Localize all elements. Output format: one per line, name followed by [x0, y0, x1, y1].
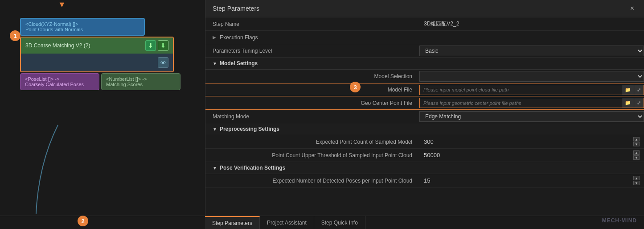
- point-count-upper-row: Point Count Upper Threshold of Sampled I…: [205, 149, 644, 162]
- execution-flags-row[interactable]: ▶ Execution Flags: [205, 31, 644, 44]
- output-port-pose: <PoseList []> -> Coarsely Calculated Pos…: [20, 73, 99, 90]
- expected-point-value-area: 300 ▲ ▼: [419, 135, 644, 148]
- model-file-input[interactable]: [420, 85, 622, 94]
- bottom-tabs-bar: Step Parameters Project Assistant Step Q…: [0, 216, 644, 229]
- tab-project-assistant[interactable]: Project Assistant: [260, 216, 314, 229]
- model-settings-label: Model Settings: [220, 60, 258, 67]
- expected-poses-up[interactable]: ▲: [633, 176, 640, 180]
- mech-mind-logo: MECH·MIND: [602, 217, 637, 224]
- model-selection-label: Model Selection: [205, 71, 419, 82]
- model-selection-select[interactable]: [419, 71, 644, 82]
- panel-title: Step Parameters: [213, 5, 259, 12]
- node-eye-icon[interactable]: 👁: [158, 57, 168, 68]
- execution-flags-text: Execution Flags: [220, 34, 258, 41]
- model-file-input-row[interactable]: 📁 ⤢: [419, 85, 644, 95]
- badge-2: 2: [78, 216, 88, 226]
- expected-point-label: Expected Point Count of Sampled Model: [205, 136, 419, 148]
- pose-verification-header[interactable]: ▼ Pose Verification Settings: [205, 162, 644, 174]
- geo-center-browse-btn[interactable]: 📁: [622, 98, 634, 108]
- model-settings-triangle: ▼: [213, 61, 217, 66]
- pose-verification-label: Pose Verification Settings: [220, 165, 285, 171]
- params-tuning-select[interactable]: Basic Advanced: [419, 46, 644, 56]
- pose-verification-triangle: ▼: [213, 166, 217, 171]
- model-file-extra-btn[interactable]: ⤢: [634, 85, 644, 95]
- model-selection-row: Model Selection: [205, 70, 644, 83]
- node-header: 3D Coarse Matching V2 (2) ⬇ ⬇: [21, 37, 173, 54]
- input-port-line2: Point Clouds with Normals: [25, 27, 139, 32]
- geo-center-input[interactable]: [420, 99, 622, 108]
- output-port-number: <NumberList []> -> Matching Scores: [101, 73, 180, 90]
- matching-mode-select-field[interactable]: Edge Matching Surface Matching: [419, 111, 644, 122]
- badge-3: 3: [350, 82, 361, 92]
- node-body: 👁: [21, 54, 173, 71]
- svg-rect-0: [0, 214, 89, 216]
- node-container: <Cloud(XYZ-Normal) []> Point Clouds with…: [20, 18, 180, 90]
- tabs-row: Step Parameters Project Assistant Step Q…: [205, 216, 365, 229]
- expected-poses-down[interactable]: ▼: [633, 181, 640, 185]
- pose-port-line2: Coarsely Calculated Poses: [25, 82, 94, 87]
- right-panel: Step Parameters × Step Name 3D粗匹配V2_2 ▶ …: [205, 0, 644, 216]
- point-count-upper-spinner[interactable]: ▲ ▼: [633, 150, 640, 160]
- node-outputs: <PoseList []> -> Coarsely Calculated Pos…: [20, 73, 180, 90]
- expected-poses-value: 15: [424, 177, 430, 184]
- preprocessing-label: Preprocessing Settings: [220, 126, 279, 132]
- close-button[interactable]: ×: [628, 4, 637, 13]
- geo-center-input-row[interactable]: 📁 ⤢: [419, 98, 644, 108]
- expected-point-row: Expected Point Count of Sampled Model 30…: [205, 135, 644, 149]
- point-count-upper-value: 50000: [424, 152, 440, 158]
- model-selection-select-field[interactable]: [419, 71, 644, 82]
- expected-point-value: 300: [424, 138, 434, 145]
- params-tuning-label: Parameters Tuning Level: [205, 45, 419, 57]
- expected-poses-label: Expected Number of Detected Poses per In…: [205, 175, 419, 187]
- geo-center-extra-btn[interactable]: ⤢: [634, 98, 644, 108]
- matching-mode-label: Matching Mode: [205, 111, 419, 122]
- params-tuning-row: Parameters Tuning Level Basic Advanced: [205, 44, 644, 58]
- model-file-row: Model File 📁 ⤢: [205, 83, 644, 96]
- point-count-upper-down[interactable]: ▼: [633, 155, 640, 160]
- node-title: 3D Coarse Matching V2 (2): [25, 42, 90, 49]
- step-name-label: Step Name: [205, 18, 419, 30]
- tab-step-quick-info[interactable]: Step Quick Info: [314, 216, 365, 229]
- node-download-icon-1[interactable]: ⬇: [145, 40, 156, 51]
- model-file-browse-btn[interactable]: 📁: [622, 85, 634, 95]
- panel-header: Step Parameters ×: [205, 0, 644, 17]
- step-name-row: Step Name 3D粗匹配V2_2: [205, 17, 644, 31]
- expected-point-down[interactable]: ▼: [633, 142, 640, 146]
- preprocessing-header[interactable]: ▼ Preprocessing Settings: [205, 123, 644, 135]
- model-file-label: Model File: [205, 84, 419, 96]
- execution-flags-label: ▶ Execution Flags: [205, 32, 419, 43]
- number-port-line2: Matching Scores: [106, 82, 176, 87]
- left-canvas-panel: ▼ 1 <Cloud(XYZ-Normal) []> Point Clouds …: [0, 0, 205, 216]
- model-settings-header[interactable]: ▼ Model Settings: [205, 58, 644, 70]
- node-input-port: <Cloud(XYZ-Normal) []> Point Clouds with…: [20, 18, 145, 36]
- execution-expand-arrow: ▶: [213, 35, 216, 40]
- pose-port-line1: <PoseList []> ->: [25, 76, 94, 82]
- logo-text: MECH·MIND: [602, 217, 637, 224]
- expected-poses-value-area: 15 ▲ ▼: [419, 174, 644, 187]
- geo-center-row: Geo Center Point File 📁 ⤢: [205, 96, 644, 110]
- node-main-box: 3D Coarse Matching V2 (2) ⬇ ⬇ 👁: [20, 37, 174, 72]
- badge-1: 1: [10, 30, 21, 41]
- point-count-upper-up[interactable]: ▲: [633, 150, 640, 155]
- node-header-icons: ⬇ ⬇: [145, 40, 168, 51]
- step-name-value: 3D粗匹配V2_2: [419, 17, 644, 30]
- expected-poses-spinner[interactable]: ▲ ▼: [633, 176, 640, 185]
- point-count-upper-label: Point Count Upper Threshold of Sampled I…: [205, 150, 419, 161]
- params-tuning-select-field[interactable]: Basic Advanced: [419, 46, 644, 56]
- expected-point-spinner[interactable]: ▲ ▼: [633, 137, 640, 146]
- number-port-line1: <NumberList []> ->: [106, 76, 176, 82]
- expected-poses-row: Expected Number of Detected Poses per In…: [205, 174, 644, 187]
- node-download-icon-2[interactable]: ⬇: [158, 40, 168, 51]
- preprocessing-triangle: ▼: [213, 127, 217, 132]
- params-table: Step Name 3D粗匹配V2_2 ▶ Execution Flags Pa…: [205, 17, 644, 216]
- expected-point-up[interactable]: ▲: [633, 137, 640, 142]
- point-count-upper-value-area: 50000 ▲ ▼: [419, 149, 644, 162]
- matching-mode-row: Matching Mode Edge Matching Surface Matc…: [205, 110, 644, 123]
- arrow-indicator: ▼: [58, 0, 66, 9]
- matching-mode-select[interactable]: Edge Matching Surface Matching: [419, 111, 644, 122]
- input-port-line1: <Cloud(XYZ-Normal) []>: [25, 21, 139, 27]
- tab-step-parameters[interactable]: Step Parameters: [205, 216, 260, 229]
- geo-center-label: Geo Center Point File: [205, 97, 419, 109]
